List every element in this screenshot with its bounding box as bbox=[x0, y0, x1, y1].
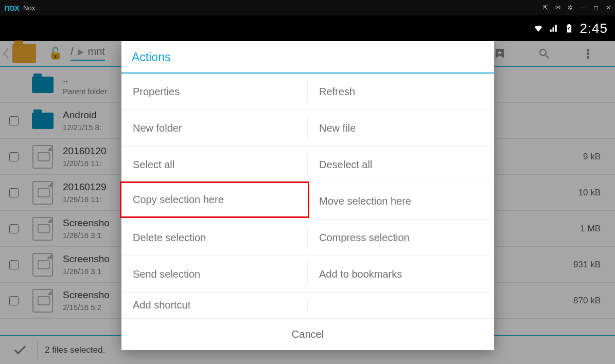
file-meta: 1/28/16 3:1 bbox=[63, 231, 110, 240]
confirm-icon[interactable] bbox=[12, 342, 28, 358]
breadcrumb-path[interactable]: mnt bbox=[88, 46, 105, 58]
clock: 2:45 bbox=[579, 21, 608, 37]
action-send-selection[interactable]: Send selection bbox=[121, 256, 308, 293]
svg-rect-4 bbox=[587, 56, 589, 59]
action-deselect-all[interactable]: Deselect all bbox=[308, 147, 494, 183]
file-name: Screensho bbox=[63, 253, 110, 265]
current-folder-icon bbox=[12, 44, 36, 63]
svg-rect-2 bbox=[587, 49, 589, 51]
svg-line-1 bbox=[546, 55, 549, 58]
image-file-icon bbox=[32, 253, 53, 277]
select-checkbox[interactable] bbox=[9, 260, 19, 269]
action-copy-selection-here[interactable]: Copy selection here bbox=[120, 181, 309, 218]
file-meta: 1/28/16 3:1 bbox=[63, 267, 110, 276]
file-name: 20160120 bbox=[63, 145, 107, 157]
chevron-right-icon: ▶ bbox=[78, 47, 84, 57]
wifi-icon bbox=[533, 23, 543, 33]
nox-window-title: Nox bbox=[23, 4, 35, 12]
select-checkbox[interactable] bbox=[9, 224, 19, 233]
image-file-icon bbox=[32, 181, 53, 205]
breadcrumb[interactable]: / ▶ mnt bbox=[71, 46, 105, 61]
nox-window-controls: ⇱ ✉ ✲ — ◻ ✕ bbox=[543, 4, 611, 11]
file-meta: 1/20/16 11: bbox=[63, 159, 107, 168]
file-name: Android bbox=[63, 110, 101, 121]
select-checkbox[interactable] bbox=[9, 296, 19, 305]
action-move-selection-here[interactable]: Move selection here bbox=[308, 183, 494, 220]
selection-count: 2 files selected. bbox=[45, 345, 105, 355]
file-size: 9 kB bbox=[583, 152, 606, 162]
maximize-button[interactable]: ◻ bbox=[593, 4, 599, 11]
actions-grid: Properties Refresh New folder New file S… bbox=[121, 74, 494, 318]
image-file-icon bbox=[32, 289, 53, 313]
file-meta: 12/21/15 8: bbox=[63, 123, 101, 132]
folder-icon bbox=[32, 113, 54, 129]
battery-icon bbox=[564, 23, 574, 33]
action-new-folder[interactable]: New folder bbox=[121, 110, 308, 147]
action-compress-selection[interactable]: Compress selection bbox=[308, 220, 494, 256]
signal-icon bbox=[549, 23, 559, 33]
cancel-button[interactable]: Cancel bbox=[121, 318, 494, 350]
mail-icon[interactable]: ✉ bbox=[555, 4, 560, 11]
minimize-button[interactable]: — bbox=[580, 4, 586, 11]
file-size: 10 kB bbox=[578, 188, 606, 198]
action-delete-selection[interactable]: Delete selection bbox=[121, 220, 308, 256]
action-properties[interactable]: Properties bbox=[121, 74, 308, 110]
breadcrumb-root[interactable]: / bbox=[71, 46, 74, 58]
image-file-icon bbox=[32, 217, 53, 241]
file-meta: Parent folder bbox=[63, 87, 107, 96]
file-size: 931 kB bbox=[573, 260, 606, 270]
file-name: Screensho bbox=[63, 289, 110, 301]
select-checkbox[interactable] bbox=[9, 152, 19, 161]
file-meta: 1/29/16 11: bbox=[63, 195, 107, 204]
actions-dialog: Actions Properties Refresh New folder Ne… bbox=[121, 41, 494, 350]
nox-title-bar: nox Nox ⇱ ✉ ✲ — ◻ ✕ bbox=[0, 0, 615, 15]
file-name: 20160129 bbox=[63, 181, 107, 193]
file-meta: 2/15/16 5:2 bbox=[63, 303, 110, 312]
action-add-shortcut[interactable]: Add shortcut bbox=[121, 293, 308, 318]
file-size: 870 kB bbox=[573, 296, 606, 306]
pin-icon[interactable]: ⇱ bbox=[543, 4, 548, 11]
unlock-icon[interactable]: 🔓 bbox=[48, 47, 62, 60]
close-button[interactable]: ✕ bbox=[606, 4, 611, 11]
select-checkbox[interactable] bbox=[9, 188, 19, 197]
select-checkbox[interactable] bbox=[9, 116, 19, 125]
android-status-bar: 2:45 bbox=[0, 15, 615, 41]
dialog-title: Actions bbox=[121, 41, 494, 74]
action-add-to-bookmarks[interactable]: Add to bookmarks bbox=[308, 256, 494, 293]
action-refresh[interactable]: Refresh bbox=[308, 74, 494, 110]
action-new-file[interactable]: New file bbox=[308, 110, 494, 147]
file-size: 1 MB bbox=[580, 224, 606, 234]
overflow-menu-icon[interactable] bbox=[582, 47, 594, 60]
back-icon[interactable] bbox=[3, 47, 9, 60]
folder-icon bbox=[32, 77, 54, 93]
action-empty bbox=[308, 293, 494, 318]
search-icon[interactable] bbox=[538, 47, 550, 60]
file-name: .. bbox=[63, 74, 107, 85]
nox-logo: nox bbox=[4, 3, 19, 13]
svg-rect-3 bbox=[587, 52, 589, 55]
file-name: Screensho bbox=[63, 217, 110, 229]
settings-icon[interactable]: ✲ bbox=[568, 4, 573, 11]
image-file-icon bbox=[32, 145, 53, 169]
svg-point-0 bbox=[540, 49, 546, 56]
action-select-all[interactable]: Select all bbox=[121, 147, 308, 183]
bookmark-icon[interactable] bbox=[494, 47, 506, 60]
